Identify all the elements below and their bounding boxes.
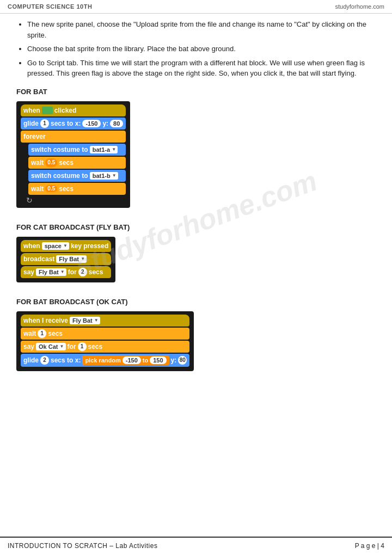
for-bat-broadcast-blocks: when I receive Fly Bat wait 1 secs say O…: [16, 311, 194, 371]
for-bat-blocks: when clicked glide 1 secs to x: -150 y: …: [16, 101, 130, 208]
for-bat-broadcast-heading: FOR BAT BROADCAST (OK CAT): [16, 298, 376, 306]
footer-subtitle: – Lab Activities: [108, 542, 158, 550]
forever-block: forever: [21, 131, 126, 143]
loop-arrow: ↻: [26, 196, 126, 205]
wait-1-block: wait 1 secs: [21, 328, 189, 340]
broadcast-fly-bat-block: broadcast Fly Bat: [21, 253, 111, 265]
say-fly-bat-block: say Fly Bat for 2 secs: [21, 266, 111, 278]
switch-costume-b-block: switch costume to bat1-b: [28, 170, 126, 182]
footer-title: INTRODUCTION TO SCRATCH – Lab Activities: [8, 542, 157, 550]
when-space-block: when space key pressed: [21, 240, 111, 252]
wait-05-block-2: wait 0.5 secs: [28, 183, 126, 195]
main-content: The new sprite panel, choose the "Upload…: [0, 14, 392, 413]
bullet-3: Go to Script tab. This time we will star…: [27, 58, 376, 79]
for-cat-broadcast-heading: FOR CAT BROADCAST (FLY BAT): [16, 223, 376, 231]
page-footer: INTRODUCTION TO SCRATCH – Lab Activities…: [0, 537, 392, 554]
pick-random-block: pick random -150 to 150: [82, 355, 169, 365]
glide-random-block: glide 2 secs to x: pick random -150 to 1…: [21, 354, 189, 367]
page-header: COMPUTER SCIENCE 10TH studyforhome.com: [0, 0, 392, 14]
header-website: studyforhome.com: [335, 3, 384, 10]
header-title: COMPUTER SCIENCE 10TH: [8, 3, 92, 10]
say-ok-cat-block: say Ok Cat for 1 secs: [21, 341, 189, 353]
when-receive-fly-bat-block: when I receive Fly Bat: [21, 315, 189, 327]
footer-title-bold: INTRODUCTION TO SCRATCH: [8, 542, 108, 550]
wait-05-block-1: wait 0.5 secs: [28, 157, 126, 169]
bullet-1: The new sprite panel, choose the "Upload…: [27, 19, 376, 40]
bullet-2: Choose the bat sprite from the library. …: [27, 44, 376, 54]
flag-icon: [42, 107, 53, 114]
for-bat-heading: FOR BAT: [16, 88, 376, 96]
footer-page: P a g e | 4: [355, 542, 384, 550]
when-clicked-block: when clicked: [21, 104, 126, 116]
intro-bullets: The new sprite panel, choose the "Upload…: [27, 19, 376, 79]
switch-costume-a-block: switch costume to bat1-a: [28, 144, 126, 156]
glide-block: glide 1 secs to x: -150 y: 80: [21, 118, 126, 130]
for-cat-broadcast-blocks: when space key pressed broadcast Fly Bat…: [16, 237, 115, 282]
